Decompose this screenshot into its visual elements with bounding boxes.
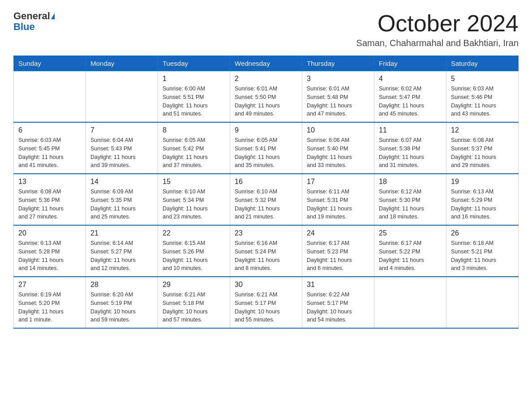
calendar-cell: 24Sunrise: 6:17 AM Sunset: 5:23 PM Dayli… <box>302 225 374 277</box>
day-info: Sunrise: 6:01 AM Sunset: 5:48 PM Dayligh… <box>307 85 369 118</box>
day-info: Sunrise: 6:11 AM Sunset: 5:31 PM Dayligh… <box>307 188 369 221</box>
calendar-cell: 30Sunrise: 6:21 AM Sunset: 5:17 PM Dayli… <box>230 277 302 328</box>
calendar-cell: 3Sunrise: 6:01 AM Sunset: 5:48 PM Daylig… <box>302 71 374 123</box>
day-info: Sunrise: 6:06 AM Sunset: 5:40 PM Dayligh… <box>307 136 369 170</box>
day-number: 5 <box>451 75 514 83</box>
header-day-tuesday: Tuesday <box>158 56 230 71</box>
calendar-cell: 23Sunrise: 6:16 AM Sunset: 5:24 PM Dayli… <box>230 225 302 277</box>
day-number: 31 <box>307 281 369 289</box>
day-number: 16 <box>235 178 297 186</box>
day-info: Sunrise: 6:08 AM Sunset: 5:37 PM Dayligh… <box>451 136 514 170</box>
calendar-cell: 21Sunrise: 6:14 AM Sunset: 5:27 PM Dayli… <box>86 225 158 277</box>
calendar-cell: 2Sunrise: 6:01 AM Sunset: 5:50 PM Daylig… <box>230 71 302 123</box>
header-day-monday: Monday <box>86 56 158 71</box>
calendar-cell: 17Sunrise: 6:11 AM Sunset: 5:31 PM Dayli… <box>302 174 374 225</box>
day-number: 6 <box>18 126 81 134</box>
calendar-week-1: 1Sunrise: 6:00 AM Sunset: 5:51 PM Daylig… <box>14 71 519 123</box>
day-info: Sunrise: 6:22 AM Sunset: 5:17 PM Dayligh… <box>307 291 369 324</box>
calendar-cell: 10Sunrise: 6:06 AM Sunset: 5:40 PM Dayli… <box>302 122 374 174</box>
calendar-cell: 20Sunrise: 6:13 AM Sunset: 5:28 PM Dayli… <box>14 225 86 277</box>
day-number: 20 <box>18 229 81 237</box>
calendar-title: October 2024 <box>356 11 519 36</box>
day-number: 2 <box>235 75 297 83</box>
day-number: 17 <box>307 178 369 186</box>
calendar-cell: 27Sunrise: 6:19 AM Sunset: 5:20 PM Dayli… <box>14 277 86 328</box>
calendar-cell: 8Sunrise: 6:05 AM Sunset: 5:42 PM Daylig… <box>158 122 230 174</box>
day-number: 18 <box>379 178 442 186</box>
day-number: 14 <box>90 178 153 186</box>
day-number: 9 <box>235 126 297 134</box>
calendar-cell: 5Sunrise: 6:03 AM Sunset: 5:46 PM Daylig… <box>446 71 519 123</box>
day-info: Sunrise: 6:20 AM Sunset: 5:19 PM Dayligh… <box>90 291 153 324</box>
calendar-cell <box>86 71 158 123</box>
day-number: 23 <box>235 229 297 237</box>
day-info: Sunrise: 6:16 AM Sunset: 5:24 PM Dayligh… <box>235 239 297 273</box>
day-info: Sunrise: 6:10 AM Sunset: 5:32 PM Dayligh… <box>235 188 297 221</box>
day-info: Sunrise: 6:15 AM Sunset: 5:26 PM Dayligh… <box>163 239 225 273</box>
calendar-cell: 22Sunrise: 6:15 AM Sunset: 5:26 PM Dayli… <box>158 225 230 277</box>
calendar-week-2: 6Sunrise: 6:03 AM Sunset: 5:45 PM Daylig… <box>14 122 519 174</box>
calendar-cell: 28Sunrise: 6:20 AM Sunset: 5:19 PM Dayli… <box>86 277 158 328</box>
day-number: 13 <box>18 178 81 186</box>
calendar-cell: 14Sunrise: 6:09 AM Sunset: 5:35 PM Dayli… <box>86 174 158 225</box>
day-number: 10 <box>307 126 369 134</box>
calendar-cell: 4Sunrise: 6:02 AM Sunset: 5:47 PM Daylig… <box>374 71 446 123</box>
calendar-cell: 19Sunrise: 6:13 AM Sunset: 5:29 PM Dayli… <box>446 174 519 225</box>
logo-triangle-icon <box>51 13 55 19</box>
day-number: 22 <box>163 229 225 237</box>
calendar-cell <box>374 277 446 328</box>
calendar-cell <box>14 71 86 123</box>
day-number: 7 <box>90 126 153 134</box>
day-info: Sunrise: 6:17 AM Sunset: 5:23 PM Dayligh… <box>307 239 369 273</box>
calendar-cell: 18Sunrise: 6:12 AM Sunset: 5:30 PM Dayli… <box>374 174 446 225</box>
logo-blue-text: Blue <box>13 21 35 32</box>
calendar-header-row: SundayMondayTuesdayWednesdayThursdayFrid… <box>14 56 519 71</box>
header-day-sunday: Sunday <box>14 56 86 71</box>
day-info: Sunrise: 6:13 AM Sunset: 5:29 PM Dayligh… <box>451 188 514 221</box>
day-number: 11 <box>379 126 442 134</box>
day-info: Sunrise: 6:00 AM Sunset: 5:51 PM Dayligh… <box>163 85 225 118</box>
calendar-cell: 26Sunrise: 6:18 AM Sunset: 5:21 PM Dayli… <box>446 225 519 277</box>
calendar-cell: 7Sunrise: 6:04 AM Sunset: 5:43 PM Daylig… <box>86 122 158 174</box>
day-number: 8 <box>163 126 225 134</box>
day-number: 26 <box>451 229 514 237</box>
calendar-cell <box>446 277 519 328</box>
day-number: 24 <box>307 229 369 237</box>
calendar-cell: 6Sunrise: 6:03 AM Sunset: 5:45 PM Daylig… <box>14 122 86 174</box>
day-info: Sunrise: 6:05 AM Sunset: 5:42 PM Dayligh… <box>163 136 225 170</box>
calendar-cell: 12Sunrise: 6:08 AM Sunset: 5:37 PM Dayli… <box>446 122 519 174</box>
title-block: October 2024 Saman, Chaharmahal and Bakh… <box>356 11 519 48</box>
calendar-cell: 15Sunrise: 6:10 AM Sunset: 5:34 PM Dayli… <box>158 174 230 225</box>
day-number: 21 <box>90 229 153 237</box>
day-info: Sunrise: 6:21 AM Sunset: 5:17 PM Dayligh… <box>235 291 297 324</box>
day-number: 4 <box>379 75 442 83</box>
day-number: 3 <box>307 75 369 83</box>
day-info: Sunrise: 6:07 AM Sunset: 5:38 PM Dayligh… <box>379 136 442 170</box>
calendar-cell: 25Sunrise: 6:17 AM Sunset: 5:22 PM Dayli… <box>374 225 446 277</box>
day-info: Sunrise: 6:03 AM Sunset: 5:46 PM Dayligh… <box>451 85 514 118</box>
calendar-cell: 1Sunrise: 6:00 AM Sunset: 5:51 PM Daylig… <box>158 71 230 123</box>
day-info: Sunrise: 6:05 AM Sunset: 5:41 PM Dayligh… <box>235 136 297 170</box>
calendar-cell: 11Sunrise: 6:07 AM Sunset: 5:38 PM Dayli… <box>374 122 446 174</box>
day-number: 15 <box>163 178 225 186</box>
day-number: 28 <box>90 281 153 289</box>
day-number: 19 <box>451 178 514 186</box>
calendar-week-3: 13Sunrise: 6:08 AM Sunset: 5:36 PM Dayli… <box>14 174 519 225</box>
day-number: 12 <box>451 126 514 134</box>
day-number: 1 <box>163 75 225 83</box>
calendar-table: SundayMondayTuesdayWednesdayThursdayFrid… <box>13 56 519 329</box>
day-info: Sunrise: 6:03 AM Sunset: 5:45 PM Dayligh… <box>18 136 81 170</box>
day-info: Sunrise: 6:09 AM Sunset: 5:35 PM Dayligh… <box>90 188 153 221</box>
day-info: Sunrise: 6:19 AM Sunset: 5:20 PM Dayligh… <box>18 291 81 324</box>
header-day-friday: Friday <box>374 56 446 71</box>
calendar-week-5: 27Sunrise: 6:19 AM Sunset: 5:20 PM Dayli… <box>14 277 519 328</box>
day-info: Sunrise: 6:17 AM Sunset: 5:22 PM Dayligh… <box>379 239 442 273</box>
calendar-cell: 16Sunrise: 6:10 AM Sunset: 5:32 PM Dayli… <box>230 174 302 225</box>
day-info: Sunrise: 6:02 AM Sunset: 5:47 PM Dayligh… <box>379 85 442 118</box>
header-day-thursday: Thursday <box>302 56 374 71</box>
logo: General Blue <box>13 11 55 32</box>
day-info: Sunrise: 6:12 AM Sunset: 5:30 PM Dayligh… <box>379 188 442 221</box>
header-day-wednesday: Wednesday <box>230 56 302 71</box>
calendar-subtitle: Saman, Chaharmahal and Bakhtiari, Iran <box>356 38 519 48</box>
calendar-cell: 13Sunrise: 6:08 AM Sunset: 5:36 PM Dayli… <box>14 174 86 225</box>
